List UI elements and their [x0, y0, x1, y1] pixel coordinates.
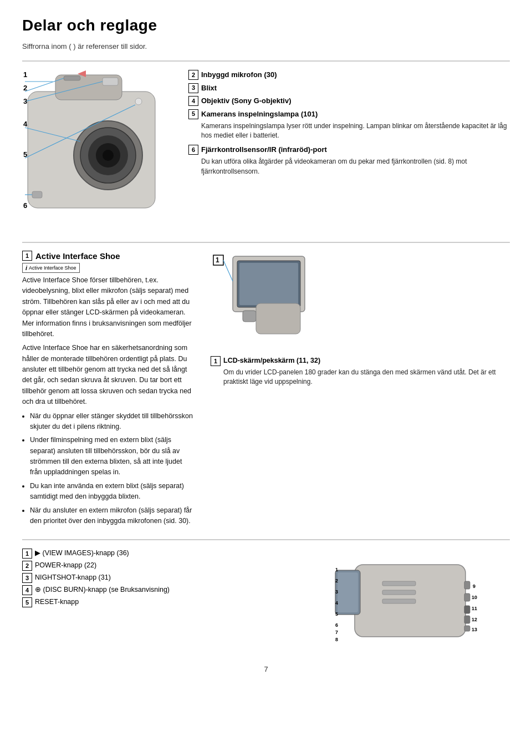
side-camera-column: 1 2 3 4 5 6 7 8 9 10 11 12 13 [332, 548, 510, 654]
item-num-box: 6 [188, 145, 198, 155]
svg-text:1: 1 [23, 70, 27, 79]
bottom-divider [22, 539, 510, 540]
svg-text:3: 3 [335, 589, 338, 595]
svg-rect-2 [64, 76, 80, 80]
top-divider [22, 60, 510, 62]
bottom-item-row: 1▶ (VIEW IMAGES)-knapp (36) [22, 548, 316, 559]
mid-divider [22, 242, 510, 243]
svg-rect-42 [382, 599, 416, 603]
svg-text:12: 12 [472, 617, 477, 622]
bottom-item-num-box: 5 [22, 597, 32, 607]
item-label: Inbyggd mikrofon (30) [201, 69, 277, 80]
svg-text:6: 6 [23, 201, 27, 210]
item-sub: Kamerans inspelningslampa lyser rött und… [201, 121, 510, 141]
svg-rect-41 [382, 590, 416, 595]
bottom-item-row: 3NIGHTSHOT-knapp (31) [22, 572, 316, 583]
svg-text:5: 5 [335, 611, 338, 617]
ais-bullet-item: När du öppnar eller stänger skyddet till… [30, 411, 194, 433]
top-item-row: 5Kamerans inspelningslampa (101) [188, 109, 510, 120]
ais-body1: Active Interface Shoe förser tillbehören… [22, 275, 194, 339]
item-num-box: 5 [188, 109, 198, 119]
ais-number-box: 1 [22, 251, 32, 261]
bottom-item-num-box: 3 [22, 573, 32, 583]
bottom-item-num-box: 2 [22, 561, 32, 571]
item-num-box: 4 [188, 96, 198, 106]
bottom-item-row: 4⊕ (DISC BURN)-knapp (se Bruksanvisning) [22, 585, 316, 595]
camera-diagram: 1 2 3 4 5 6 [22, 69, 172, 232]
side-camera-svg: 1 2 3 4 5 6 7 8 9 10 11 12 13 [332, 548, 499, 648]
svg-text:11: 11 [472, 606, 477, 611]
bottom-item-label: RESET-knapp [35, 597, 79, 607]
ais-title: Active Interface Shoe [35, 251, 120, 261]
bottom-item-label: ▶ (VIEW IMAGES)-knapp (36) [35, 548, 129, 559]
top-section: 1 2 3 4 5 6 2Inbyggd mikrofon (30)3Blixt… [22, 69, 510, 232]
svg-rect-3 [103, 78, 118, 85]
svg-rect-28 [256, 303, 300, 334]
svg-text:13: 13 [472, 627, 477, 632]
ais-body2: Active Interface Shoe har en säkerhetsan… [22, 343, 194, 407]
item-sub: Du kan utföra olika åtgärder på videokam… [201, 157, 510, 176]
page-number: 7 [22, 665, 510, 673]
bottom-item-row: 2POWER-knapp (22) [22, 560, 316, 571]
top-item-row: 4Objektiv (Sony G-objektiv) [188, 95, 510, 106]
item-label: Fjärrkontrollsensor/IR (infraröd)-port [201, 144, 327, 155]
item-num-box: 3 [188, 83, 198, 93]
svg-rect-35 [464, 581, 470, 589]
svg-rect-36 [464, 593, 470, 601]
svg-text:9: 9 [473, 584, 475, 589]
top-item-row: 6Fjärrkontrollsensor/IR (infraröd)-port [188, 144, 510, 155]
svg-text:10: 10 [472, 595, 477, 600]
svg-rect-40 [382, 581, 416, 586]
item-label: Blixt [201, 83, 217, 94]
ais-heading: 1 Active Interface Shoe [22, 251, 194, 261]
svg-text:4: 4 [23, 120, 28, 128]
ais-bullet-item: Under filminspelning med en extern blixt… [30, 435, 194, 478]
svg-rect-38 [464, 616, 470, 623]
top-item-row: 3Blixt [188, 83, 510, 94]
bottom-item-num-box: 1 [22, 549, 32, 559]
ais-column: 1 Active Interface Shoe i Active Interfa… [22, 251, 194, 529]
svg-line-31 [223, 260, 233, 281]
svg-rect-39 [464, 626, 470, 631]
lcd-label-row: 1 LCD-skärm/pekskärm (11, 32) [211, 356, 510, 366]
ais-bullet-item: Du kan inte använda en extern blixt (säl… [30, 481, 194, 503]
ais-logo-icon: i [25, 265, 27, 271]
bottom-item-label: ⊕ (DISC BURN)-knapp (se Bruksanvisning) [35, 585, 170, 595]
ais-bullet-list: När du öppnar eller stänger skyddet till… [30, 411, 194, 527]
ais-logo: i Active Interface Shoe [22, 263, 80, 273]
svg-rect-26 [239, 263, 298, 305]
item-label: Kamerans inspelningslampa (101) [201, 109, 318, 120]
bottom-item-label: POWER-knapp (22) [35, 560, 96, 571]
svg-point-9 [135, 98, 142, 105]
item-label: Objektiv (Sony G-objektiv) [201, 95, 291, 106]
svg-text:1: 1 [335, 567, 338, 572]
button-list-column: 1▶ (VIEW IMAGES)-knapp (36)2POWER-knapp … [22, 548, 316, 654]
page-title: Delar och reglage [22, 17, 510, 34]
bottom-item-row: 5RESET-knapp [22, 597, 316, 607]
svg-text:2: 2 [335, 578, 338, 584]
lcd-column: 1 1 LCD-skärm/pekskärm (11, 32) Om du vr… [211, 251, 510, 529]
svg-text:6: 6 [335, 622, 338, 628]
svg-rect-27 [243, 311, 256, 322]
lcd-label: LCD-skärm/pekskärm (11, 32) [223, 356, 320, 366]
ais-bullet-item: När du ansluter en extern mikrofon (sälj… [30, 505, 194, 527]
svg-text:5: 5 [23, 150, 27, 159]
svg-text:1: 1 [216, 256, 219, 264]
bottom-item-num-box: 4 [22, 585, 32, 595]
ais-logo-text: Active Interface Shoe [29, 265, 76, 271]
item-num-box: 2 [188, 70, 198, 80]
svg-rect-10 [32, 191, 42, 198]
bottom-item-label: NIGHTSHOT-knapp (31) [35, 572, 111, 583]
svg-point-8 [103, 150, 114, 161]
lcd-body: Om du vrider LCD-panelen 180 grader kan … [223, 368, 510, 387]
bottom-section: 1▶ (VIEW IMAGES)-knapp (36)2POWER-knapp … [22, 548, 510, 654]
camera-front-svg: 1 2 3 4 5 6 [22, 69, 166, 230]
svg-text:2: 2 [23, 84, 27, 92]
lcd-num-box: 1 [211, 356, 221, 366]
svg-text:3: 3 [23, 97, 27, 105]
svg-rect-34 [337, 572, 358, 612]
middle-section: 1 Active Interface Shoe i Active Interfa… [22, 251, 510, 529]
right-info-column: 2Inbyggd mikrofon (30)3Blixt4Objektiv (S… [188, 69, 510, 232]
top-item-row: 2Inbyggd mikrofon (30) [188, 69, 510, 80]
lcd-panel-svg: 1 [211, 251, 321, 345]
